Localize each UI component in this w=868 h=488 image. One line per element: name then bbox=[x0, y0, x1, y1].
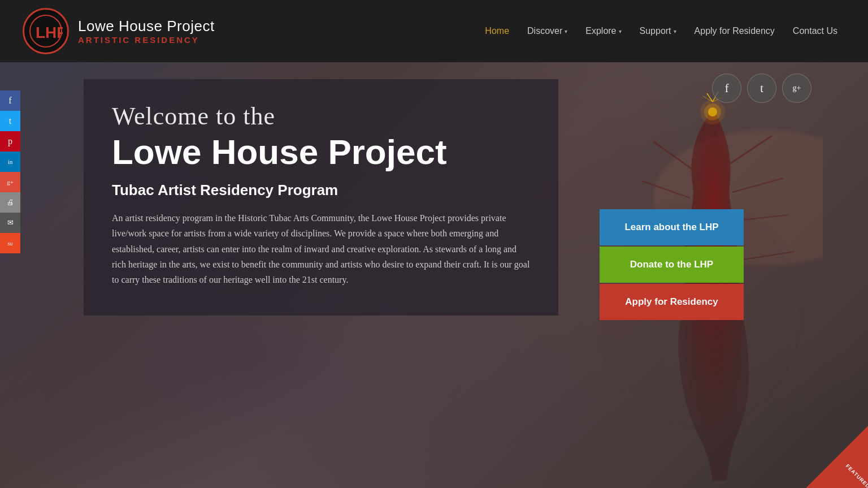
explore-dropdown-arrow: ▾ bbox=[619, 28, 622, 34]
sidebar-pinterest-button[interactable]: p bbox=[0, 131, 20, 152]
nav-item-support[interactable]: Support ▾ bbox=[632, 21, 684, 41]
program-subtitle: Tubac Artist Residency Program bbox=[112, 182, 530, 199]
logo-area: LHP Lowe House Project ARTISTIC RESIDENC… bbox=[23, 8, 215, 54]
donate-to-lhp-button[interactable]: Donate to the LHP bbox=[600, 247, 744, 283]
learn-about-lhp-button[interactable]: Learn about the LHP bbox=[600, 209, 744, 245]
social-sidebar: f t p in g+ 🖨 ✉ su bbox=[0, 90, 20, 253]
sidebar-print-button[interactable]: 🖨 bbox=[0, 192, 20, 213]
apply-for-residency-button[interactable]: Apply for Residency bbox=[600, 284, 744, 320]
hero-facebook-icon[interactable]: f bbox=[712, 74, 741, 103]
nav-item-discover[interactable]: Discover ▾ bbox=[519, 21, 575, 41]
sidebar-facebook-button[interactable]: f bbox=[0, 90, 20, 111]
nav-item-contact[interactable]: Contact Us bbox=[785, 21, 845, 41]
support-dropdown-arrow: ▾ bbox=[674, 28, 676, 34]
logo-subtitle: ARTISTIC RESIDENCY bbox=[78, 35, 215, 45]
logo-text: Lowe House Project ARTISTIC RESIDENCY bbox=[78, 18, 215, 45]
logo-icon: LHP bbox=[23, 8, 69, 54]
nav-item-apply[interactable]: Apply for Residency bbox=[687, 21, 783, 41]
nav-item-explore[interactable]: Explore ▾ bbox=[578, 21, 629, 41]
sidebar-twitter-button[interactable]: t bbox=[0, 111, 20, 131]
hero-googleplus-icon[interactable]: g+ bbox=[782, 74, 811, 103]
hero-content-box: Welcome to the Lowe House Project Tubac … bbox=[84, 79, 558, 316]
cta-buttons-area: Learn about the LHP Donate to the LHP Ap… bbox=[600, 209, 744, 320]
sidebar-googleplus-button[interactable]: g+ bbox=[0, 172, 20, 192]
sidebar-linkedin-button[interactable]: in bbox=[0, 152, 20, 172]
project-title: Lowe House Project bbox=[112, 133, 530, 171]
welcome-heading: Welcome to the bbox=[112, 102, 530, 131]
header: LHP Lowe House Project ARTISTIC RESIDENC… bbox=[0, 0, 868, 62]
svg-point-14 bbox=[700, 100, 725, 124]
main-nav: Home Discover ▾ Explore ▾ Support ▾ Appl… bbox=[477, 21, 845, 41]
hero-section: f t p in g+ 🖨 ✉ su f t g+ Welcome to the… bbox=[0, 62, 868, 488]
logo-title: Lowe House Project bbox=[78, 18, 215, 35]
hero-twitter-icon[interactable]: t bbox=[747, 74, 776, 103]
nav-item-home[interactable]: Home bbox=[477, 21, 517, 41]
sidebar-stumbleupon-button[interactable]: su bbox=[0, 233, 20, 253]
featured-text: FEATURED bbox=[844, 463, 868, 488]
hero-description: An artist residency program in the Histo… bbox=[112, 210, 530, 287]
sidebar-email-button[interactable]: ✉ bbox=[0, 213, 20, 233]
svg-text:LHP: LHP bbox=[36, 24, 63, 41]
discover-dropdown-arrow: ▾ bbox=[565, 28, 567, 34]
hero-social-icons: f t g+ bbox=[712, 74, 811, 103]
